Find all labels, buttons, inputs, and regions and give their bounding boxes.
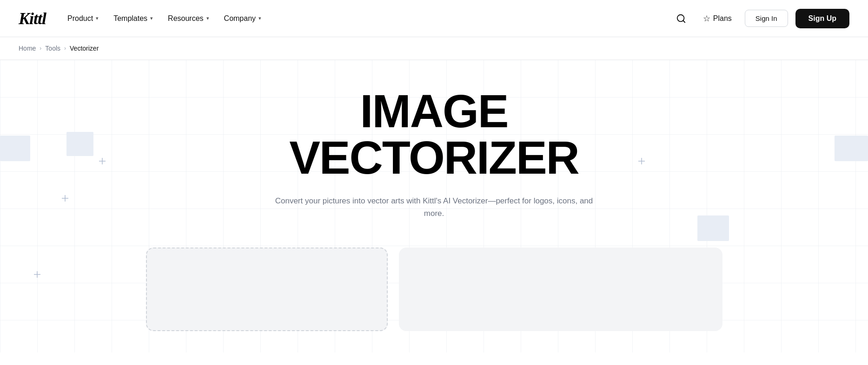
hero-content: IMAGE VECTORIZER Convert your pictures i…	[225, 88, 643, 243]
chevron-down-icon: ▾	[258, 15, 261, 21]
nav-item-templates[interactable]: Templates ▾	[107, 11, 159, 26]
navbar-right: ☆ Plans Sign In Sign Up	[672, 9, 849, 28]
plans-button[interactable]: ☆ Plans	[697, 10, 737, 27]
breadcrumb-home[interactable]: Home	[19, 45, 36, 52]
navbar: Kittl Product ▾ Templates ▾ Resources ▾ …	[0, 0, 868, 37]
result-card	[399, 248, 722, 331]
svg-rect-3	[0, 136, 30, 161]
hero-section: IMAGE VECTORIZER Convert your pictures i…	[0, 60, 868, 352]
logo[interactable]: Kittl	[19, 9, 46, 28]
nav-item-product[interactable]: Product ▾	[61, 11, 105, 26]
hero-subtitle: Convert your pictures into vector arts w…	[267, 195, 602, 220]
signin-button[interactable]: Sign In	[745, 10, 788, 27]
chevron-down-icon: ▾	[206, 15, 209, 21]
search-button[interactable]	[672, 10, 690, 27]
star-icon: ☆	[703, 13, 710, 24]
search-icon	[676, 13, 686, 24]
breadcrumb-separator-2: ›	[64, 45, 66, 52]
svg-rect-4	[66, 132, 93, 156]
breadcrumb-separator-1: ›	[40, 45, 41, 52]
signup-button[interactable]: Sign Up	[795, 9, 849, 28]
breadcrumb-tools[interactable]: Tools	[45, 45, 60, 52]
svg-rect-5	[835, 136, 868, 161]
hero-title: IMAGE VECTORIZER	[234, 88, 634, 181]
nav-links: Product ▾ Templates ▾ Resources ▾ Compan…	[61, 11, 268, 26]
cards-section	[109, 248, 760, 331]
chevron-down-icon: ▾	[150, 15, 153, 21]
breadcrumb: Home › Tools › Vectorizer	[0, 37, 868, 60]
upload-card[interactable]	[146, 248, 388, 331]
chevron-down-icon: ▾	[96, 15, 99, 21]
nav-item-resources[interactable]: Resources ▾	[161, 11, 215, 26]
nav-item-company[interactable]: Company ▾	[218, 11, 268, 26]
breadcrumb-current: Vectorizer	[70, 45, 99, 52]
svg-line-1	[683, 20, 685, 22]
navbar-left: Kittl Product ▾ Templates ▾ Resources ▾ …	[19, 9, 268, 28]
svg-rect-6	[697, 215, 729, 241]
